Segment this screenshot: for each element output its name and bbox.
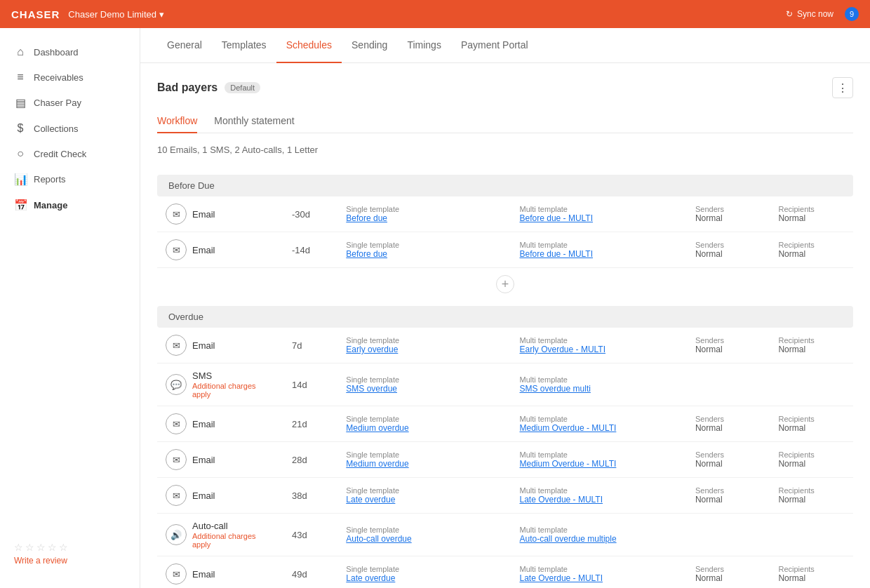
multi-template-cell: Multi template Late Overdue - MULTI: [511, 478, 687, 514]
star-2[interactable]: ☆: [25, 542, 34, 553]
single-template-link[interactable]: Auto-call overdue: [346, 534, 502, 544]
senders-cell: SendersNormal: [687, 328, 770, 363]
single-template-link[interactable]: SMS overdue: [346, 384, 502, 394]
sidebar-item-manage[interactable]: 📅 Manage: [0, 192, 140, 218]
star-4[interactable]: ☆: [48, 542, 57, 553]
type-name: Email: [192, 419, 215, 429]
workflow-table: Before Due ✉ Email -30d Single template …: [157, 169, 853, 588]
sync-button[interactable]: ↻ Sync now: [786, 9, 834, 19]
days-cell: -30d: [283, 196, 337, 232]
tab-navigation: General Templates Schedules Sending Timi…: [140, 28, 870, 63]
type-name: Email: [192, 340, 215, 351]
sub-tab-monthly-statement[interactable]: Monthly statement: [214, 109, 294, 133]
multi-template-link[interactable]: Early Overdue - MULTI: [520, 345, 678, 354]
star-1[interactable]: ☆: [14, 542, 23, 553]
type-cell: ✉ Email: [166, 485, 275, 506]
single-template-label: Single template: [346, 486, 502, 495]
single-template-link[interactable]: Late overdue: [346, 495, 502, 505]
single-template-label: Single template: [346, 241, 502, 249]
type-icon: 🔊: [166, 524, 187, 545]
single-template-label: Single template: [346, 415, 502, 423]
multi-template-link[interactable]: Before due - MULTI: [520, 213, 678, 223]
tab-templates[interactable]: Templates: [212, 28, 276, 63]
type-cell: ✉ Email: [166, 335, 275, 356]
multi-template-cell: Multi template Early Overdue - MULTI: [511, 328, 687, 363]
single-template-link[interactable]: Early overdue: [346, 345, 502, 354]
sidebar-item-label: Receivables: [34, 72, 83, 83]
manage-icon: 📅: [14, 199, 27, 212]
multi-template-cell: Multi template Late Overdue - MULTI: [511, 556, 687, 589]
table-row: ✉ Email -14d Single template Before due …: [157, 232, 853, 268]
receivables-icon: ≡: [14, 71, 27, 83]
notification-badge[interactable]: 9: [845, 7, 859, 21]
table-row: ✉ Email 28d Single template Medium overd…: [157, 442, 853, 478]
sidebar-item-chaser-pay[interactable]: ▤ Chaser Pay: [0, 90, 140, 116]
multi-template-link[interactable]: Medium Overdue - MULTI: [520, 423, 678, 433]
multi-template-link[interactable]: Late Overdue - MULTI: [520, 573, 678, 583]
tab-sending[interactable]: Sending: [342, 28, 397, 63]
multi-template-cell: Multi template Medium Overdue - MULTI: [511, 406, 687, 442]
write-review-link[interactable]: Write a review: [14, 556, 126, 566]
multi-template-label: Multi template: [520, 565, 678, 573]
navbar: CHASER Chaser Demo Limited ▾ ↻ Sync now …: [0, 0, 870, 28]
navbar-company[interactable]: Chaser Demo Limited ▾: [68, 9, 164, 20]
tab-payment-portal[interactable]: Payment Portal: [451, 28, 538, 63]
sidebar-item-dashboard[interactable]: ⌂ Dashboard: [0, 39, 140, 65]
single-template-cell: Single template Auto-call overdue: [337, 514, 511, 556]
tab-timings[interactable]: Timings: [397, 28, 451, 63]
multi-template-link[interactable]: SMS overdue multi: [520, 384, 678, 394]
section-header-overdue: Overdue: [157, 306, 853, 328]
type-name: Email: [192, 245, 215, 255]
single-template-label: Single template: [346, 375, 502, 384]
type-note: Additional charges apply: [192, 532, 275, 549]
sidebar-item-collections[interactable]: $ Collections: [0, 116, 140, 141]
sidebar-item-reports[interactable]: 📊 Reports: [0, 166, 140, 192]
section-header-row: Overdue: [157, 300, 853, 328]
multi-template-label: Multi template: [520, 375, 678, 384]
reports-icon: 📊: [14, 173, 27, 186]
single-template-label: Single template: [346, 205, 502, 213]
sidebar-item-label: Reports: [34, 174, 66, 185]
multi-template-link[interactable]: Medium Overdue - MULTI: [520, 459, 678, 469]
recipients-cell: RecipientsNormal: [770, 196, 853, 232]
card-badge: Default: [225, 82, 260, 93]
sidebar-item-credit-check[interactable]: ○ Credit Check: [0, 141, 140, 166]
single-template-link[interactable]: Late overdue: [346, 573, 502, 583]
multi-template-label: Multi template: [520, 415, 678, 423]
senders-cell: SendersNormal: [687, 442, 770, 478]
home-icon: ⌂: [14, 46, 27, 58]
multi-template-link[interactable]: Late Overdue - MULTI: [520, 495, 678, 505]
multi-template-link[interactable]: Auto-call overdue multiple: [520, 534, 678, 544]
multi-template-link[interactable]: Before due - MULTI: [520, 249, 678, 259]
single-template-link[interactable]: Medium overdue: [346, 459, 502, 469]
type-icon: ✉: [166, 449, 187, 470]
table-row: ✉ Email 38d Single template Late overdue…: [157, 478, 853, 514]
section-header-row: Before Due: [157, 169, 853, 196]
layout: ⌂ Dashboard ≡ Receivables ▤ Chaser Pay $…: [0, 28, 870, 588]
star-3[interactable]: ☆: [36, 542, 46, 553]
add-entry-button[interactable]: +: [496, 275, 514, 293]
type-icon: ✉: [166, 335, 187, 356]
sidebar-item-receivables[interactable]: ≡ Receivables: [0, 65, 140, 90]
days-cell: -14d: [283, 232, 337, 268]
recipients-cell: RecipientsNormal: [770, 478, 853, 514]
tab-schedules[interactable]: Schedules: [276, 28, 342, 63]
sidebar-item-label: Manage: [34, 200, 67, 211]
table-row: 💬 SMS Additional charges apply 14d Singl…: [157, 363, 853, 406]
tab-general[interactable]: General: [157, 28, 212, 63]
more-options-button[interactable]: ⋮: [832, 77, 853, 98]
content-area: Bad payers Default ⋮ Workflow Monthly st…: [140, 63, 870, 588]
card-title: Bad payers: [157, 81, 218, 94]
single-template-cell: Single template SMS overdue: [337, 363, 511, 406]
single-template-link[interactable]: Medium overdue: [346, 423, 502, 433]
senders-cell: SendersNormal: [687, 196, 770, 232]
single-template-link[interactable]: Before due: [346, 249, 502, 259]
days-cell: 28d: [283, 442, 337, 478]
recipients-cell: RecipientsNormal: [770, 328, 853, 363]
single-template-link[interactable]: Before due: [346, 213, 502, 223]
days-cell: 43d: [283, 514, 337, 556]
sub-tab-workflow[interactable]: Workflow: [157, 109, 197, 133]
type-cell: ✉ Email: [166, 239, 275, 260]
star-5[interactable]: ☆: [59, 542, 68, 553]
days-cell: 38d: [283, 478, 337, 514]
